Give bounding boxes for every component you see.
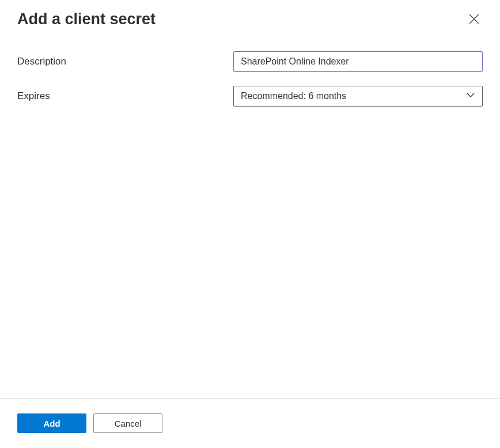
- add-button[interactable]: Add: [17, 413, 86, 433]
- dialog-header: Add a client secret: [0, 0, 500, 29]
- page-title: Add a client secret: [17, 10, 156, 28]
- description-input[interactable]: [233, 51, 483, 72]
- description-row: Description: [17, 51, 483, 72]
- expires-dropdown[interactable]: Recommended: 6 months: [233, 86, 483, 107]
- dialog-footer: Add Cancel: [0, 398, 500, 448]
- expires-dropdown-value: Recommended: 6 months: [241, 91, 346, 101]
- expires-label: Expires: [17, 90, 233, 102]
- expires-dropdown-wrap: Recommended: 6 months: [233, 86, 483, 107]
- chevron-down-icon: [466, 90, 475, 102]
- description-input-wrap: [233, 51, 483, 72]
- close-button[interactable]: [465, 10, 483, 29]
- cancel-button[interactable]: Cancel: [93, 413, 162, 433]
- description-label: Description: [17, 56, 233, 67]
- expires-row: Expires Recommended: 6 months: [17, 86, 483, 107]
- form-area: Description Expires Recommended: 6 month…: [0, 29, 500, 107]
- close-icon: [469, 14, 479, 26]
